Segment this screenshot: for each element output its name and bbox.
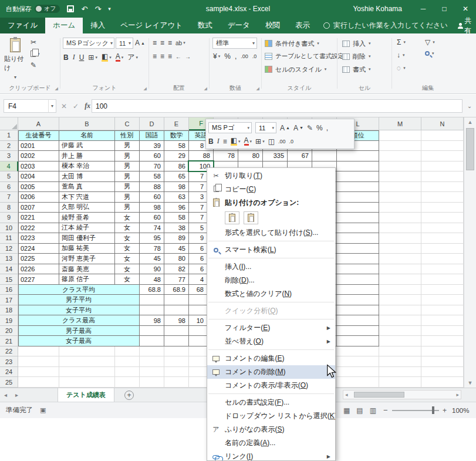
decrease-decimal-button[interactable]: .0 <box>289 139 294 144</box>
row-header-10[interactable]: 10 <box>0 223 18 234</box>
tab-scroll-right-icon[interactable]: ▸ <box>11 392 22 398</box>
col-header-E[interactable]: E <box>164 117 189 130</box>
dialog-launcher-icon[interactable]: ◢ <box>55 86 58 91</box>
fill-color-button[interactable]: ◧▾ <box>231 137 241 146</box>
cell-C3[interactable]: 男 <box>115 151 140 161</box>
normal-view-icon[interactable]: ▦ <box>343 406 350 415</box>
cell-E4[interactable]: 86 <box>164 161 189 172</box>
cell-C11[interactable]: 女 <box>115 233 140 244</box>
cell-D20[interactable] <box>140 326 164 337</box>
cell-B6[interactable]: 萱島 真 <box>59 182 115 193</box>
align-center-button[interactable]: ≡ <box>160 52 164 60</box>
cell-A18[interactable]: 女子平均 <box>18 305 140 316</box>
cell-styles-button[interactable]: セルのスタイル▾ <box>265 63 326 76</box>
row-header-12[interactable]: 12 <box>0 244 18 254</box>
cell-C13[interactable]: 女 <box>115 254 140 264</box>
cell-E6[interactable]: 98 <box>164 182 189 193</box>
cell-D10[interactable]: 74 <box>140 223 164 234</box>
zoom-slider-thumb[interactable] <box>432 406 434 414</box>
increase-decimal-button[interactable]: .00 <box>278 139 286 144</box>
cell-L16[interactable] <box>337 285 379 295</box>
cell-D4[interactable]: 70 <box>140 161 164 172</box>
cell-C10[interactable]: 女 <box>115 223 140 234</box>
cell-A3[interactable]: 0202 <box>18 151 59 161</box>
cell-L3[interactable] <box>337 151 379 161</box>
cell-A12[interactable]: 0224 <box>18 244 59 254</box>
cell-K3[interactable] <box>312 151 337 161</box>
cell-C2[interactable]: 男 <box>115 141 140 152</box>
cell-A9[interactable]: 0221 <box>18 213 59 223</box>
tell-me-box[interactable]: 実行したい作業を入力してください <box>323 18 448 33</box>
tab-file[interactable]: ファイル <box>0 18 45 33</box>
name-box[interactable]: F4 ▾ <box>4 99 56 113</box>
menu-item-paste-special[interactable]: 形式を選択して貼り付け(S)... <box>207 226 335 240</box>
cell-D17[interactable] <box>140 295 164 305</box>
cell-B4[interactable]: 榎本 幸治 <box>59 161 115 172</box>
bold-button[interactable]: B <box>63 53 69 62</box>
cell-B9[interactable]: 綾野 亜希 <box>59 213 115 223</box>
font-color-button[interactable]: A▾ <box>244 137 252 146</box>
cell-D21[interactable] <box>140 336 164 346</box>
row-header-20[interactable]: 20 <box>0 326 18 337</box>
cell-D18[interactable] <box>140 305 164 316</box>
cut-button[interactable]: ✂ <box>31 38 40 46</box>
cell-L13[interactable] <box>337 254 379 264</box>
row-header-8[interactable]: 8 <box>0 203 18 213</box>
cell-E13[interactable]: 80 <box>164 254 189 264</box>
cell-A5[interactable]: 0204 <box>18 171 59 182</box>
vertical-scrollbar[interactable]: ▲ ▼ <box>464 117 476 388</box>
cell-L5[interactable] <box>337 171 379 182</box>
align-middle-button[interactable]: ≡ <box>160 39 164 47</box>
copy-button[interactable]: ▾ <box>31 51 40 57</box>
format-as-table-button[interactable]: テーブルとして書式設定▾ <box>265 50 349 63</box>
cell-D11[interactable]: 95 <box>140 233 164 244</box>
row-header-9[interactable]: 9 <box>0 213 18 223</box>
cell-E20[interactable] <box>164 326 189 337</box>
row-header-7[interactable]: 7 <box>0 192 18 203</box>
tab-scroll-left-icon[interactable]: ◂ <box>0 392 11 398</box>
cell-L11[interactable] <box>337 233 379 244</box>
cell-J3[interactable]: 67 <box>288 151 312 161</box>
cell-D19[interactable]: 98 <box>140 315 164 326</box>
cell-I3[interactable]: 335 <box>263 151 288 161</box>
phonetic-button[interactable]: ア▾ <box>127 52 138 62</box>
sheet-tab-active[interactable]: テスト成績表 <box>58 388 114 402</box>
tab-data[interactable]: データ <box>220 18 258 33</box>
cell-L17[interactable] <box>337 295 379 305</box>
decrease-decimal-button[interactable]: .0 <box>252 53 257 59</box>
fill-color-button[interactable]: ◧▾ <box>102 53 112 62</box>
row-header-15[interactable]: 15 <box>0 274 18 285</box>
cell-C14[interactable]: 女 <box>115 264 140 275</box>
cell-D16[interactable]: 68.8 <box>140 285 164 295</box>
col-header-N[interactable]: N <box>421 117 464 130</box>
menu-item-edit-comment[interactable]: コメントの編集(E) <box>207 352 335 365</box>
cell-L19[interactable] <box>337 315 379 326</box>
cell-L15[interactable] <box>337 274 379 285</box>
cell-D6[interactable]: 88 <box>140 182 164 193</box>
cell-D8[interactable]: 98 <box>140 203 164 213</box>
cell-D15[interactable]: 48 <box>140 274 164 285</box>
cell-L9[interactable] <box>337 213 379 223</box>
cell-E12[interactable]: 45 <box>164 244 189 254</box>
shrink-font-button[interactable]: A▼ <box>293 124 303 132</box>
font-size-combo[interactable]: 11▾ <box>116 38 133 49</box>
cell-L12[interactable] <box>337 244 379 254</box>
borders-button[interactable]: ⊞▾ <box>255 137 265 146</box>
insert-function-icon[interactable]: fx <box>85 102 90 110</box>
vertical-scroll-thumb[interactable] <box>466 128 474 170</box>
maximize-button[interactable]: □ <box>434 0 455 18</box>
redo-icon[interactable]: ↷ <box>94 5 101 14</box>
cell-B14[interactable]: 斎藤 美恵 <box>59 264 115 275</box>
formula-bar-expand-icon[interactable]: ⌄ <box>465 99 474 113</box>
scroll-down-icon[interactable]: ▼ <box>464 378 476 388</box>
tab-formulas[interactable]: 数式 <box>190 18 220 33</box>
customize-qat-icon[interactable]: ▾ <box>108 6 111 12</box>
cell-E1[interactable]: 数学 <box>164 130 189 141</box>
cell-C8[interactable]: 男 <box>115 203 140 213</box>
cell-C6[interactable]: 男 <box>115 182 140 193</box>
cell-B12[interactable]: 加藤 祐美 <box>59 244 115 254</box>
cell-E11[interactable]: 89 <box>164 233 189 244</box>
menu-item-filter[interactable]: フィルター(E) ▶ <box>207 321 335 335</box>
tab-home[interactable]: ホーム <box>45 18 83 33</box>
cell-C1[interactable]: 性別 <box>115 130 140 141</box>
